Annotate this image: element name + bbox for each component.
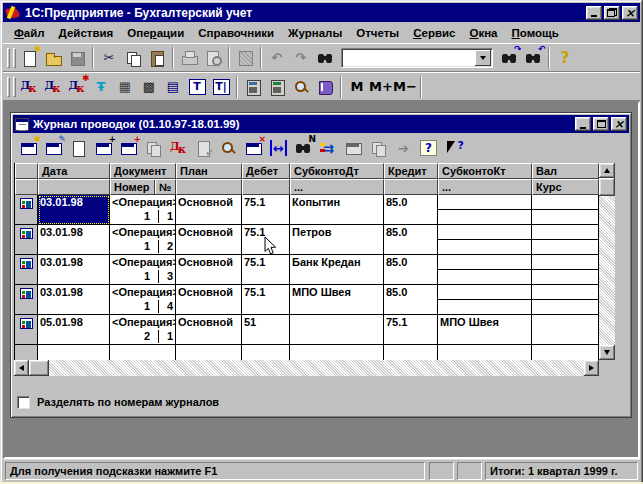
cell-debit[interactable]: 51: [242, 315, 290, 345]
cell-currency[interactable]: [532, 255, 599, 285]
restore-button[interactable]: [604, 6, 620, 20]
open-button[interactable]: [41, 46, 65, 70]
search-combobox-field[interactable]: [342, 49, 474, 67]
memory-plus-button[interactable]: M+: [369, 75, 393, 99]
scroll-left-button[interactable]: [14, 360, 29, 376]
cell-currency[interactable]: [532, 285, 599, 315]
edit-row-button[interactable]: ✎: [41, 136, 66, 160]
table-row[interactable]: 03.01.98<Операция>12Основной75.1Петров85…: [15, 225, 599, 255]
toolbar-grip[interactable]: [7, 48, 10, 68]
menu-item-actions[interactable]: Действия: [52, 25, 121, 41]
copy-row-button[interactable]: +: [91, 136, 116, 160]
help-button[interactable]: ?: [553, 46, 577, 70]
query-wizard-button[interactable]: [289, 75, 313, 99]
cell-subconto-kt[interactable]: [438, 195, 532, 225]
cell-plan[interactable]: Основной: [176, 255, 242, 285]
new-row-button[interactable]: ✱: [16, 136, 41, 160]
cell-plan[interactable]: Основной: [176, 285, 242, 315]
cell-credit[interactable]: 85.0: [384, 285, 438, 315]
find-button[interactable]: [313, 46, 337, 70]
journal-title-bar[interactable]: Журнал проводок (01.10.97-18.01.99) ×: [13, 115, 629, 133]
correct-postings-button[interactable]: [41, 75, 65, 99]
context-help-button[interactable]: ?: [441, 136, 466, 160]
scroll-right-button[interactable]: [584, 360, 599, 376]
cell-date[interactable]: 03.01.98: [38, 195, 110, 225]
new-by-sample-button[interactable]: +: [116, 136, 141, 160]
title-bar[interactable]: 1С:Предприятие - Бухгалтерский учет ×: [3, 3, 640, 22]
cell-subconto-dt[interactable]: Копытин: [290, 195, 384, 225]
table-row[interactable]: 03.01.98<Операция>13Основной75.1Банк Кре…: [15, 255, 599, 285]
menu-item-reports[interactable]: Отчеты: [349, 25, 406, 41]
vertical-scroll-track[interactable]: [599, 196, 615, 345]
cell-subconto-kt[interactable]: МПО Швея: [438, 315, 532, 345]
find-by-number-button[interactable]: N: [291, 136, 316, 160]
cut-button[interactable]: ✂: [97, 46, 121, 70]
table-row[interactable]: 03.01.98<Операция>11Основной75.1Копытин8…: [15, 195, 599, 225]
cell-currency[interactable]: [532, 195, 599, 225]
cell-subconto-kt[interactable]: [438, 225, 532, 255]
t-account-detail-button[interactable]: [209, 75, 233, 99]
cell-date[interactable]: 05.01.98: [38, 315, 110, 345]
menu-item-references[interactable]: Справочники: [191, 25, 281, 41]
cell-subconto-kt[interactable]: [438, 285, 532, 315]
journal-close-button[interactable]: ×: [611, 117, 627, 131]
new-document-button[interactable]: ✱: [17, 46, 41, 70]
cell-debit[interactable]: 75.1: [242, 285, 290, 315]
calculator-button[interactable]: [241, 75, 265, 99]
cell-debit[interactable]: 75.1: [242, 255, 290, 285]
close-button[interactable]: ×: [622, 6, 638, 20]
toolbar-grip[interactable]: [13, 48, 16, 68]
cell-credit[interactable]: 85.0: [384, 255, 438, 285]
cell-subconto-dt[interactable]: МПО Швея: [290, 285, 384, 315]
scroll-up-button[interactable]: [599, 163, 615, 178]
cell-subconto-dt[interactable]: [290, 315, 384, 345]
horizontal-scroll-thumb[interactable]: [29, 360, 49, 376]
cell-currency[interactable]: [532, 225, 599, 255]
find-previous-button[interactable]: ↶: [521, 46, 545, 70]
cell-subconto-dt[interactable]: Петров: [290, 225, 384, 255]
journal-maximize-button[interactable]: [593, 117, 609, 131]
toolbar-grip[interactable]: [13, 77, 16, 97]
checkerboard-report-button[interactable]: ▩: [137, 75, 161, 99]
t-account-button[interactable]: [185, 75, 209, 99]
cell-subconto-kt[interactable]: [438, 255, 532, 285]
cell-debit[interactable]: 75.1: [242, 195, 290, 225]
menu-item-service[interactable]: Сервис: [406, 25, 462, 41]
menu-item-journals[interactable]: Журналы: [281, 25, 349, 41]
postings-wizard-button[interactable]: ✱: [65, 75, 89, 99]
cell-credit[interactable]: 75.1: [384, 315, 438, 345]
vertical-scroll-thumb[interactable]: [599, 178, 615, 196]
table-row[interactable]: 03.01.98<Операция>14Основной75.1МПО Швея…: [15, 285, 599, 315]
vertical-scrollbar[interactable]: [599, 163, 615, 360]
cell-subconto-dt[interactable]: Банк Кредан: [290, 255, 384, 285]
menu-item-help[interactable]: Помощь: [505, 25, 566, 41]
memory-button[interactable]: M: [345, 75, 369, 99]
table-row[interactable]: 05.01.98<Операция>21Основной5175.1МПО Шв…: [15, 315, 599, 345]
cell-date[interactable]: 03.01.98: [38, 225, 110, 255]
memory-minus-button[interactable]: M−: [393, 75, 417, 99]
cell-currency[interactable]: [532, 315, 599, 345]
sort-button[interactable]: ⇉: [316, 136, 341, 160]
menu-item-windows[interactable]: Окна: [462, 25, 504, 41]
menu-item-operations[interactable]: Операции: [120, 25, 191, 41]
view-document-button[interactable]: [66, 136, 91, 160]
cell-document[interactable]: <Операция>11: [110, 195, 176, 225]
cell-plan[interactable]: Основной: [176, 225, 242, 255]
cell-credit[interactable]: 85.0: [384, 195, 438, 225]
copy-button[interactable]: [121, 46, 145, 70]
find-operation-button[interactable]: [216, 136, 241, 160]
cell-plan[interactable]: Основной: [176, 195, 242, 225]
formula-calculator-button[interactable]: [265, 75, 289, 99]
horizontal-scrollbar[interactable]: [14, 360, 599, 376]
report-table-button[interactable]: ▤: [161, 75, 185, 99]
cell-document[interactable]: <Операция>12: [110, 225, 176, 255]
cell-plan[interactable]: Основной: [176, 315, 242, 345]
horizontal-scroll-track[interactable]: [49, 360, 584, 376]
search-combobox[interactable]: [341, 48, 493, 68]
cell-date[interactable]: 03.01.98: [38, 285, 110, 315]
split-by-journal-numbers-checkbox[interactable]: [17, 396, 30, 409]
scroll-down-button[interactable]: [599, 345, 615, 360]
toolbar-grip[interactable]: [7, 77, 10, 97]
cell-document[interactable]: <Операция>21: [110, 315, 176, 345]
minimize-button[interactable]: [586, 6, 602, 20]
